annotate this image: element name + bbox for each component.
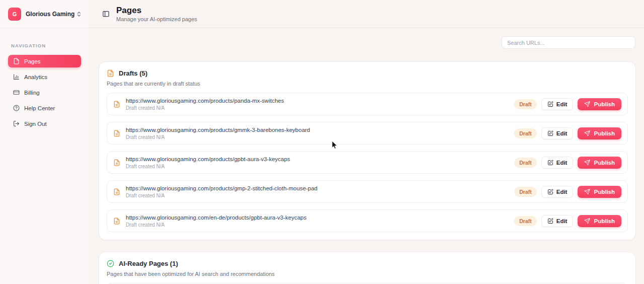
- drafts-card: Drafts (5) Pages that are currently in d…: [99, 61, 636, 240]
- send-icon: [584, 160, 590, 166]
- page-header: Pages Manage your AI-optimized pages: [90, 0, 644, 28]
- edit-button[interactable]: Edit: [541, 127, 574, 139]
- publish-button-label: Publish: [594, 101, 615, 107]
- page-url: https://www.gloriousgaming.com/en-de/pro…: [126, 215, 306, 221]
- send-icon: [584, 130, 590, 136]
- sidebar-item-label: Sign Out: [24, 121, 47, 127]
- publish-button-label: Publish: [594, 189, 615, 195]
- publish-button-label: Publish: [594, 130, 615, 136]
- main-content: Pages Manage your AI-optimized pages Dra…: [90, 0, 644, 284]
- draft-file-icon: [113, 130, 120, 137]
- credit-card-icon: [13, 89, 20, 96]
- status-badge: Draft: [514, 99, 537, 109]
- drafts-card-header: Drafts (5): [107, 69, 628, 77]
- status-badge: Draft: [514, 128, 537, 138]
- page-url: https://www.gloriousgaming.com/products/…: [126, 185, 317, 191]
- drafts-title: Drafts (5): [119, 69, 147, 77]
- page-meta: Draft created N/A: [126, 193, 317, 198]
- send-icon: [584, 101, 590, 107]
- search-input[interactable]: [502, 36, 635, 49]
- edit-pencil-icon: [547, 130, 553, 136]
- ai-ready-card-header: AI-Ready Pages (1): [107, 260, 628, 267]
- status-badge: Draft: [514, 187, 537, 197]
- page-meta: Draft created N/A: [126, 222, 306, 228]
- status-badge: Draft: [514, 158, 537, 168]
- drafts-subtitle: Pages that are currently in draft status: [107, 81, 628, 87]
- row-actions: Draft Edit Publish: [514, 215, 621, 227]
- draft-file-icon: [107, 69, 114, 77]
- sidebar-item-label: Billing: [24, 90, 40, 96]
- send-icon: [584, 189, 590, 195]
- edit-button[interactable]: Edit: [541, 157, 574, 169]
- edit-button[interactable]: Edit: [541, 98, 574, 110]
- row-actions: Draft Edit Publish: [514, 127, 621, 139]
- publish-button-label: Publish: [594, 218, 615, 224]
- file-icon: [13, 58, 20, 64]
- draft-file-icon: [113, 218, 120, 225]
- edit-button[interactable]: Edit: [541, 186, 574, 198]
- brand-name: Glorious Gaming: [26, 11, 74, 18]
- check-circle-icon: [107, 260, 114, 267]
- sidebar-item-label: Help Center: [24, 105, 55, 111]
- row-text: https://www.gloriousgaming.com/en-de/pro…: [126, 215, 306, 228]
- draft-file-icon: [113, 159, 120, 166]
- sidebar: G Glorious Gaming NAVIGATION Pages Analy…: [0, 0, 90, 284]
- sidebar-item-billing[interactable]: Billing: [8, 86, 81, 99]
- nav-list: Pages Analytics Billing Help Center Sign…: [0, 55, 89, 130]
- draft-file-icon: [113, 101, 120, 108]
- page-url: https://www.gloriousgaming.com/products/…: [126, 156, 290, 162]
- ai-ready-subtitle: Pages that have been optimized for AI se…: [107, 271, 628, 277]
- draft-page-row: https://www.gloriousgaming.com/products/…: [107, 151, 628, 174]
- page-meta: Draft created N/A: [126, 105, 284, 111]
- chevrons-up-down-icon: [76, 11, 82, 17]
- row-text: https://www.gloriousgaming.com/products/…: [126, 156, 290, 169]
- sidebar-item-label: Analytics: [24, 74, 47, 80]
- brand-logo: G: [8, 8, 21, 21]
- edit-button-label: Edit: [556, 218, 568, 224]
- draft-page-row: https://www.gloriousgaming.com/products/…: [107, 93, 628, 115]
- draft-file-icon: [113, 188, 120, 195]
- sidebar-item-pages[interactable]: Pages: [8, 55, 81, 67]
- draft-page-row: https://www.gloriousgaming.com/products/…: [107, 180, 628, 203]
- sidebar-item-sign-out[interactable]: Sign Out: [8, 117, 81, 130]
- edit-button-label: Edit: [556, 130, 568, 136]
- row-text: https://www.gloriousgaming.com/products/…: [126, 127, 310, 140]
- nav-section-label: NAVIGATION: [11, 43, 89, 48]
- row-actions: Draft Edit Publish: [514, 98, 621, 110]
- row-actions: Draft Edit Publish: [514, 157, 621, 169]
- help-circle-icon: [13, 105, 20, 111]
- draft-page-row: https://www.gloriousgaming.com/products/…: [107, 122, 628, 145]
- edit-button-label: Edit: [556, 101, 568, 107]
- ai-ready-title: AI-Ready Pages (1): [119, 260, 178, 267]
- row-actions: Draft Edit Publish: [514, 186, 621, 198]
- row-text: https://www.gloriousgaming.com/products/…: [126, 185, 317, 198]
- publish-button[interactable]: Publish: [578, 215, 621, 227]
- sidebar-item-help-center[interactable]: Help Center: [8, 102, 81, 114]
- workspace-switcher[interactable]: G Glorious Gaming: [0, 0, 89, 28]
- page-subtitle: Manage your AI-optimized pages: [116, 16, 197, 22]
- search-row: [90, 28, 644, 49]
- publish-button[interactable]: Publish: [578, 98, 621, 110]
- sign-out-icon: [13, 120, 20, 127]
- sidebar-item-analytics[interactable]: Analytics: [8, 70, 81, 83]
- edit-pencil-icon: [547, 160, 553, 166]
- edit-pencil-icon: [547, 218, 553, 224]
- page-title: Pages: [116, 6, 197, 16]
- page-url: https://www.gloriousgaming.com/products/…: [126, 127, 310, 133]
- row-text: https://www.gloriousgaming.com/products/…: [126, 98, 284, 111]
- sidebar-toggle-icon[interactable]: [102, 10, 110, 18]
- publish-button[interactable]: Publish: [578, 157, 621, 169]
- edit-pencil-icon: [547, 101, 553, 107]
- drafts-rows: https://www.gloriousgaming.com/products/…: [107, 93, 628, 232]
- ai-ready-card: AI-Ready Pages (1) Pages that have been …: [99, 252, 636, 284]
- publish-button[interactable]: Publish: [578, 186, 621, 198]
- page-url: https://www.gloriousgaming.com/products/…: [126, 98, 284, 104]
- publish-button[interactable]: Publish: [578, 127, 621, 139]
- edit-button-label: Edit: [556, 189, 568, 195]
- edit-button[interactable]: Edit: [541, 215, 574, 227]
- status-badge: Draft: [514, 216, 537, 226]
- publish-button-label: Publish: [594, 160, 615, 166]
- page-meta: Draft created N/A: [126, 134, 310, 140]
- bar-chart-icon: [13, 74, 20, 80]
- edit-button-label: Edit: [556, 160, 568, 166]
